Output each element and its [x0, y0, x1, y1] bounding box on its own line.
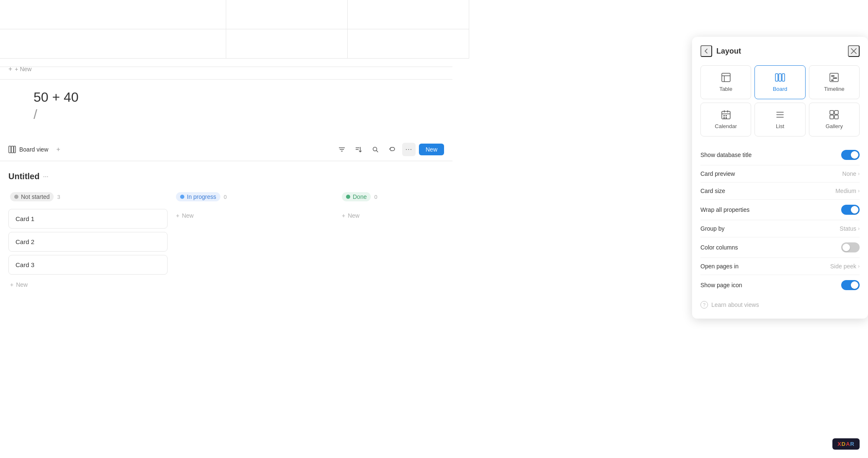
card-size-value[interactable]: Medium ›	[835, 188, 860, 194]
xda-d: D	[842, 441, 846, 447]
table-cell	[0, 29, 226, 59]
svg-rect-1	[11, 146, 13, 153]
svg-rect-17	[831, 75, 834, 77]
xda-a: A	[846, 441, 850, 447]
gallery-layout-label: Gallery	[826, 123, 843, 129]
sort-button[interactable]	[352, 143, 365, 156]
column-new-button-done[interactable]: + New	[340, 209, 452, 222]
new-card-label: New	[16, 281, 28, 288]
table-new-row[interactable]: + + New	[0, 59, 452, 80]
svg-rect-27	[726, 117, 727, 118]
toggle-wrap-all-properties[interactable]	[841, 205, 860, 215]
toggle-color-columns[interactable]	[841, 242, 860, 252]
board-columns: Not started 3 Card 1 Card 2 Card 3 + New	[8, 190, 444, 291]
svg-rect-33	[830, 115, 834, 119]
ellipsis-icon: ···	[406, 146, 412, 153]
board-view-bar: Board view +	[0, 138, 452, 161]
setting-label-card-size: Card size	[700, 188, 725, 194]
learn-about-views-link[interactable]: ? Learn about views	[700, 295, 860, 310]
board-title: Untitled	[8, 172, 39, 181]
main-content: + + New 50 + 40 / Board view +	[0, 0, 868, 458]
column-header-done: Done 0	[340, 190, 452, 204]
layout-type-gallery[interactable]: Gallery	[809, 103, 860, 136]
math-area: 50 + 40 /	[34, 88, 79, 122]
svg-rect-32	[834, 111, 838, 114]
svg-rect-14	[779, 74, 781, 81]
toggle-show-page-icon[interactable]	[841, 280, 860, 290]
column-new-button-in-progress[interactable]: + New	[174, 209, 333, 222]
card-3[interactable]: Card 3	[8, 255, 168, 275]
svg-rect-15	[782, 74, 785, 81]
panel-header: Layout	[700, 45, 860, 57]
open-pages-in-value[interactable]: Side peek ›	[830, 263, 860, 270]
panel-back-button[interactable]	[700, 45, 712, 57]
new-card-label: New	[348, 212, 359, 219]
setting-label-show-page-icon: Show page icon	[700, 282, 742, 288]
toggle-show-database-title[interactable]	[841, 150, 860, 160]
setting-label-show-database-title: Show database title	[700, 152, 752, 158]
panel-settings: Show database title Card preview None › …	[700, 145, 860, 295]
undo-button[interactable]	[385, 143, 399, 156]
svg-rect-10	[722, 73, 730, 82]
group-by-value[interactable]: Status ›	[840, 225, 860, 232]
card-preview-value[interactable]: None ›	[842, 170, 860, 177]
column-new-button-not-started[interactable]: + New	[8, 278, 168, 291]
board-title-more-button[interactable]: ···	[43, 173, 48, 180]
svg-rect-25	[726, 115, 727, 116]
plus-icon: +	[176, 212, 179, 219]
panel-close-button[interactable]	[848, 45, 860, 57]
table-cell	[348, 29, 469, 59]
setting-label-wrap-all-properties: Wrap all properties	[700, 206, 749, 213]
svg-rect-26	[723, 117, 725, 118]
more-options-button[interactable]: ···	[402, 143, 416, 156]
svg-rect-31	[830, 111, 834, 114]
layout-types-grid: Table Board	[700, 65, 860, 136]
layout-type-list[interactable]: List	[754, 103, 805, 136]
status-label-in-progress: In progress	[176, 192, 220, 201]
help-icon: ?	[700, 301, 708, 309]
setting-card-preview: Card preview None ›	[700, 165, 860, 183]
card-1[interactable]: Card 1	[8, 209, 168, 229]
add-row-button[interactable]: + + New	[8, 65, 31, 73]
card-2[interactable]: Card 2	[8, 232, 168, 252]
table-cell	[226, 29, 348, 59]
svg-rect-18	[833, 77, 837, 79]
column-header-not-started: Not started 3	[8, 190, 168, 204]
card-preview-text: None	[842, 170, 856, 177]
toggle-thumb	[842, 244, 850, 251]
search-button[interactable]	[369, 143, 382, 156]
layout-type-table[interactable]: Table	[700, 65, 751, 99]
filter-button[interactable]	[335, 143, 349, 156]
board-column-not-started: Not started 3 Card 1 Card 2 Card 3 + New	[8, 190, 168, 291]
layout-type-board[interactable]: Board	[754, 65, 805, 99]
xda-x: X	[837, 441, 842, 447]
setting-color-columns: Color columns	[700, 237, 860, 258]
chevron-right-icon: ›	[858, 263, 860, 269]
setting-label-group-by: Group by	[700, 225, 725, 232]
new-item-button[interactable]: New	[419, 144, 444, 155]
svg-line-9	[376, 151, 378, 152]
plus-icon: +	[10, 281, 13, 288]
panel-title: Layout	[716, 47, 844, 56]
plus-icon: +	[8, 65, 12, 73]
board-view-tab[interactable]: Board view	[8, 146, 48, 153]
svg-rect-13	[775, 74, 778, 81]
table-area	[0, 0, 452, 67]
layout-type-calendar[interactable]: Calendar	[700, 103, 751, 136]
layout-type-timeline[interactable]: Timeline	[809, 65, 860, 99]
svg-rect-34	[834, 115, 838, 119]
status-label-done: Done	[342, 192, 371, 201]
xda-r: R	[850, 441, 855, 447]
board-view-label-text: Board view	[19, 146, 48, 153]
setting-wrap-all-properties: Wrap all properties	[700, 200, 860, 220]
setting-label-card-preview: Card preview	[700, 170, 735, 177]
chevron-right-icon: ›	[858, 188, 860, 194]
calendar-layout-label: Calendar	[715, 123, 737, 129]
calendar-layout-icon	[721, 110, 731, 120]
add-view-button[interactable]: +	[52, 144, 64, 155]
chevron-right-icon: ›	[858, 226, 860, 232]
new-row-label: + New	[15, 66, 31, 72]
column-count-in-progress: 0	[224, 194, 227, 200]
group-by-text: Status	[840, 225, 856, 232]
table-cell	[0, 0, 226, 29]
